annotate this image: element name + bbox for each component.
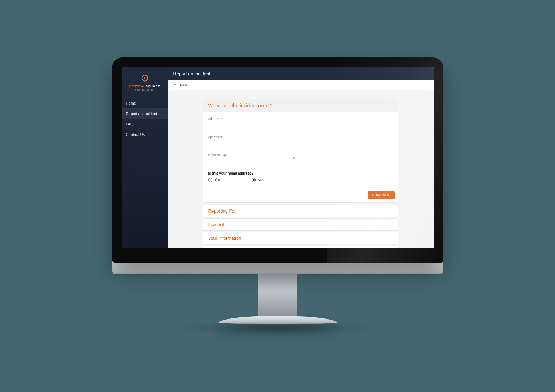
apartment-label: Apartment	[208, 135, 297, 139]
section-incident-details[interactable]: Incident Details	[203, 246, 398, 248]
radio-yes-label: Yes	[215, 178, 220, 182]
back-label: BACK	[179, 83, 188, 87]
arrow-left-icon	[173, 83, 177, 87]
location-type-field: Location Type ▼	[208, 153, 297, 164]
main-area: Report an Incident BACK Where did the in…	[168, 67, 434, 248]
continue-button[interactable]: CONTINUE	[368, 191, 395, 199]
content-scroll[interactable]: Where did the incident occur? Address * …	[168, 90, 434, 248]
location-type-label: Location Type	[208, 153, 297, 157]
monitor-mockup: CENTRALSQUARE TECHNOLOGIES Home Report a…	[112, 57, 443, 335]
sidebar-item-faq[interactable]: FAQ	[122, 119, 168, 129]
sidebar: CENTRALSQUARE TECHNOLOGIES Home Report a…	[122, 67, 168, 248]
section-reporting-for[interactable]: Reporting For	[203, 205, 398, 217]
location-card: Where did the incident occur? Address * …	[203, 99, 398, 203]
address-input[interactable]	[208, 122, 393, 128]
app-screen: CENTRALSQUARE TECHNOLOGIES Home Report a…	[122, 67, 434, 248]
radio-no-label: No	[258, 178, 262, 182]
page-title: Report an Incident	[168, 67, 434, 80]
home-address-radio-group: Yes No	[208, 178, 393, 182]
address-field: Address *	[208, 117, 393, 128]
brand-logo-icon	[140, 74, 149, 83]
section-your-information[interactable]: Your Information	[203, 232, 398, 244]
home-address-question: Is this your home address?	[208, 171, 393, 175]
location-card-title: Where did the incident occur?	[203, 99, 398, 112]
sidebar-item-contact-us[interactable]: Contact Us	[122, 129, 168, 140]
sidebar-item-home[interactable]: Home	[122, 98, 168, 108]
back-button[interactable]: BACK	[168, 80, 434, 90]
section-incident[interactable]: Incident	[203, 218, 398, 231]
location-type-select[interactable]	[208, 158, 297, 164]
sidebar-item-report-incident[interactable]: Report an Incident	[122, 108, 168, 119]
radio-yes[interactable]: Yes	[208, 178, 220, 182]
radio-no[interactable]: No	[252, 178, 262, 182]
apartment-field: Apartment	[208, 135, 297, 146]
brand-subtitle: TECHNOLOGIES	[122, 89, 168, 91]
radio-icon	[208, 178, 212, 182]
apartment-input[interactable]	[208, 140, 297, 146]
monitor-bezel: CENTRALSQUARE TECHNOLOGIES Home Report a…	[112, 57, 443, 263]
address-label: Address *	[208, 117, 393, 121]
svg-rect-0	[144, 77, 145, 79]
brand-name: CENTRALSQUARE	[122, 85, 168, 88]
monitor-stand-neck	[258, 274, 297, 316]
radio-icon	[252, 178, 256, 182]
monitor-shadow	[180, 321, 375, 335]
brand-logo: CENTRALSQUARE TECHNOLOGIES	[122, 67, 168, 98]
